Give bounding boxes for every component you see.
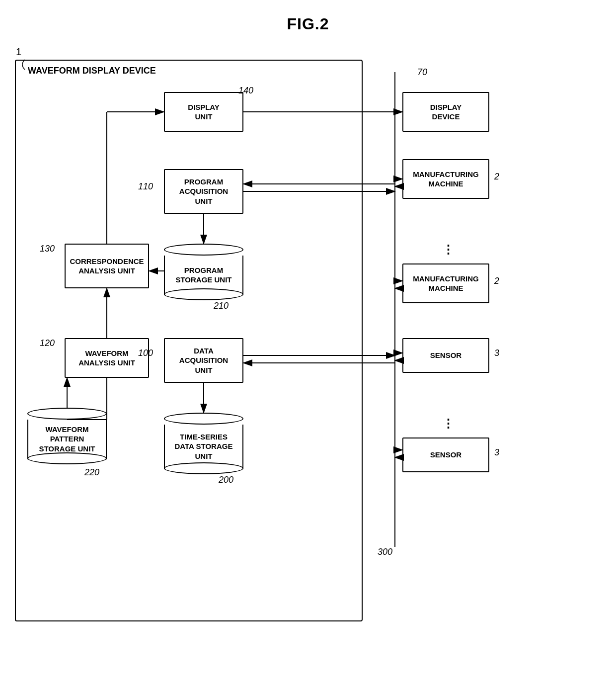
svg-text:⋮: ⋮ [442,417,454,430]
cylinder-bottom-timeseries [164,462,243,474]
ref-3a: 3 [494,348,499,358]
sensor-2-label: SENSOR [430,450,462,460]
display-device-label: DISPLAYDEVICE [430,102,462,122]
cylinder-body-timeseries: TIME-SERIESDATA STORAGEUNIT [164,425,243,469]
ref-140: 140 [238,86,253,96]
waveform-pattern-storage-label: WAVEFORM PATTERNSTORAGE UNIT [28,425,106,454]
ref-210: 210 [214,301,229,311]
data-acquisition-label: DATAACQUISITIONUNIT [179,346,228,375]
cylinder-body-waveform: WAVEFORM PATTERNSTORAGE UNIT [27,420,107,459]
program-acquisition-label: PROGRAMACQUISITIONUNIT [179,177,228,206]
correspondence-analysis-label: CORRESPONDENCEANALYSIS UNIT [70,257,144,276]
sensor-1-box: SENSOR [402,338,489,373]
cylinder-body-program: PROGRAMSTORAGE UNIT [164,256,243,295]
ref-2a: 2 [494,172,499,182]
svg-text:⋮: ⋮ [442,243,454,256]
manufacturing-machine-2-label: MANUFACTURINGMACHINE [413,274,479,293]
cylinder-top-waveform [27,408,107,420]
ref-120: 120 [40,338,55,349]
ref-2b: 2 [494,276,499,286]
correspondence-analysis-box: CORRESPONDENCEANALYSIS UNIT [65,244,149,288]
main-box-label: WAVEFORM DISPLAY DEVICE [26,66,158,76]
program-storage-cylinder: PROGRAMSTORAGE UNIT [164,244,243,295]
ref-130: 130 [40,244,55,254]
data-acquisition-box: DATAACQUISITIONUNIT [164,338,243,383]
waveform-pattern-storage-cylinder: WAVEFORM PATTERNSTORAGE UNIT [27,408,107,459]
sensor-2-box: SENSOR [402,437,489,472]
program-storage-label: PROGRAMSTORAGE UNIT [175,265,231,285]
cylinder-bottom-waveform [27,452,107,464]
waveform-analysis-box: WAVEFORMANALYSIS UNIT [65,338,149,378]
ref-300: 300 [378,547,392,557]
ref-70: 70 [417,67,427,78]
ref-220: 220 [84,467,99,478]
ref-110: 110 [138,181,153,192]
ref-3b: 3 [494,447,499,458]
sensor-1-label: SENSOR [430,350,462,360]
cylinder-top-program [164,244,243,256]
cylinder-top-timeseries [164,413,243,425]
diagram-container: FIG.2 1 WAVEFORM DISPLAY DEVICE DISPLAYU… [0,0,616,699]
display-device-box: DISPLAYDEVICE [402,92,489,132]
waveform-analysis-label: WAVEFORMANALYSIS UNIT [78,349,135,368]
figure-title: FIG.2 [287,15,329,33]
manufacturing-machine-1-label: MANUFACTURINGMACHINE [413,170,479,189]
program-acquisition-box: PROGRAMACQUISITIONUNIT [164,169,243,214]
cylinder-bottom-program [164,288,243,300]
ref-200: 200 [219,475,233,485]
time-series-storage-label: TIME-SERIESDATA STORAGEUNIT [175,432,233,461]
display-unit-label: DISPLAYUNIT [188,102,220,122]
display-unit-box: DISPLAYUNIT [164,92,243,132]
ref-label-1: 1 [16,46,21,58]
ref-100: 100 [138,348,153,358]
manufacturing-machine-2-box: MANUFACTURINGMACHINE [402,263,489,303]
manufacturing-machine-1-box: MANUFACTURINGMACHINE [402,159,489,199]
time-series-storage-cylinder: TIME-SERIESDATA STORAGEUNIT [164,413,243,469]
